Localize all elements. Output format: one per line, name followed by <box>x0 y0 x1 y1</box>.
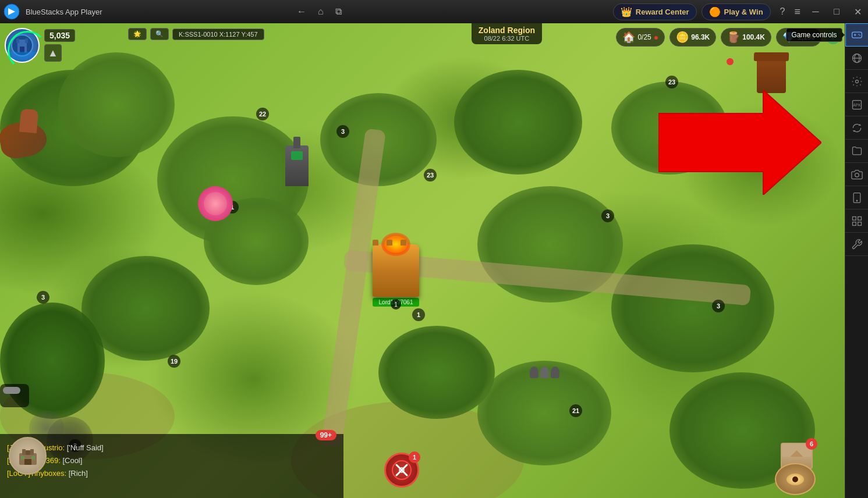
crown-icon: 👑 <box>621 6 632 17</box>
titlebar: BlueStacks App Player ← ⌂ ⧉ 👑 Reward Cen… <box>0 0 868 23</box>
score-display: 5,035 <box>44 29 75 42</box>
svg-point-13 <box>855 173 859 177</box>
svg-point-6 <box>859 35 860 36</box>
svg-rect-30 <box>22 449 26 455</box>
chat-message-3: [Rich] <box>69 469 88 478</box>
tower-building[interactable] <box>285 145 309 186</box>
phone-button[interactable] <box>845 186 869 209</box>
player-info[interactable]: 5,035 ▲ <box>5 28 75 63</box>
svg-rect-31 <box>30 449 34 455</box>
city-button[interactable] <box>9 437 47 475</box>
chat-message-2: [Cool] <box>62 456 82 465</box>
map-number-3a: 3 <box>336 125 349 138</box>
dragon-creature <box>0 122 58 169</box>
svg-rect-2 <box>852 32 862 38</box>
map-number-21: 21 <box>569 404 582 417</box>
lords-castle[interactable]: Lord1597061 1 <box>373 244 419 307</box>
reward-center-label: Reward Center <box>636 8 689 16</box>
chat-badge: 99+ <box>316 430 336 440</box>
map-number-3c: 3 <box>37 291 49 304</box>
window-controls: ─ □ ✕ <box>805 0 868 23</box>
maximize-button[interactable]: □ <box>826 0 847 23</box>
svg-rect-34 <box>21 456 24 460</box>
install-apk-button[interactable]: APK <box>845 93 869 116</box>
chat-line-1: [JEDX]LNIllustrio: ['Nuff Said] <box>7 439 336 454</box>
cannon-equipment <box>0 384 29 407</box>
grid-button[interactable] <box>845 209 869 233</box>
battle-icon[interactable]: 1 <box>384 453 419 488</box>
app-title: BlueStacks App Player <box>23 8 291 16</box>
chat-message-1: ['Nuff Said] <box>67 443 104 452</box>
tabs-button[interactable]: ⧉ <box>330 0 348 23</box>
coin-icon: 🟠 <box>709 6 721 17</box>
map-number-1b: 1 <box>412 308 425 321</box>
map-number-23: 23 <box>424 169 437 182</box>
map-number-3d: 3 <box>712 300 725 312</box>
svg-rect-19 <box>858 222 861 225</box>
svg-point-15 <box>856 200 858 201</box>
tree-cluster-9 <box>611 244 774 372</box>
svg-point-5 <box>858 34 859 35</box>
tree-cluster-11 <box>378 326 495 419</box>
right-sidebar: Game controls APK <box>845 23 868 498</box>
map-number-23b: 23 <box>665 76 678 88</box>
svg-rect-18 <box>852 222 856 225</box>
help-button[interactable]: ? <box>775 0 790 23</box>
bluestacks-logo <box>0 0 23 23</box>
svg-rect-16 <box>852 216 856 220</box>
map-number-22: 22 <box>256 108 269 120</box>
svg-rect-32 <box>26 450 30 455</box>
svg-rect-17 <box>858 216 861 220</box>
tree-cluster-7 <box>454 70 582 175</box>
play-win-button[interactable]: 🟠 Play & Win <box>702 3 771 20</box>
back-button[interactable]: ← <box>291 0 312 23</box>
home-button[interactable]: ⌂ <box>312 0 330 23</box>
game-area[interactable]: Lord1597061 1 <box>0 23 845 498</box>
svg-rect-33 <box>24 459 31 465</box>
lord-number: 1 <box>391 299 401 310</box>
power-circle <box>8 31 47 70</box>
tools-button[interactable] <box>845 233 869 256</box>
right-building[interactable] <box>757 58 786 93</box>
svg-point-10 <box>855 80 858 83</box>
world-button[interactable] <box>845 47 869 70</box>
plant-building[interactable] <box>198 186 233 221</box>
game-controls-button[interactable]: Game controls <box>845 23 869 47</box>
minimize-button[interactable]: ─ <box>805 0 826 23</box>
svg-rect-35 <box>31 456 35 460</box>
settings-button[interactable] <box>845 70 869 93</box>
menu-button[interactable]: ≡ <box>790 0 806 23</box>
reward-center-button[interactable]: 👑 Reward Center <box>613 3 697 20</box>
mail-badge: 6 <box>806 438 817 450</box>
troops-1 <box>530 367 559 378</box>
red-dot-1 <box>727 58 734 65</box>
folder-button[interactable] <box>845 140 869 163</box>
tree-cluster-2 <box>58 52 175 157</box>
svg-text:APK: APK <box>853 102 861 106</box>
play-win-label: Play & Win <box>724 8 763 16</box>
chat-line-3: [LoCY]Tinyboxes: [Rich] <box>7 467 336 480</box>
chat-box: 99+ [JEDX]LNIllustrio: ['Nuff Said] [J3D… <box>0 434 343 498</box>
rotate-button[interactable] <box>845 116 869 140</box>
battle-badge: 1 <box>409 451 420 463</box>
map-number-3b: 3 <box>601 209 614 222</box>
alliance-button[interactable] <box>775 463 816 495</box>
screenshot-button[interactable] <box>845 163 869 186</box>
map-number-19: 19 <box>168 355 180 368</box>
chat-line-2: [J3DI]atego369: [Cool] <box>7 454 336 467</box>
close-button[interactable]: ✕ <box>847 0 868 23</box>
tree-cluster-10 <box>611 81 728 175</box>
